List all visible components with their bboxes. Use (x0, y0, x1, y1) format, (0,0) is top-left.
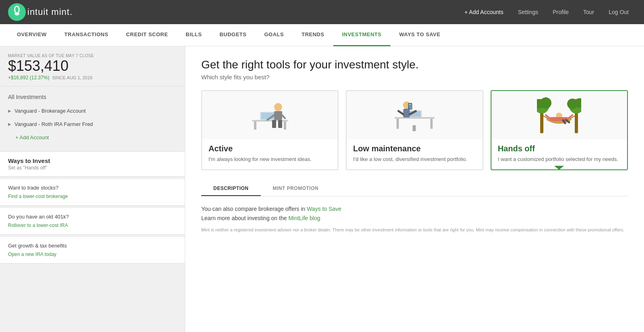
main-content: Get the right tools for your investment … (185, 46, 644, 332)
ways-to-invest-subtitle: Set as "Hands off" (8, 165, 177, 171)
promo-401k-link[interactable]: Rollover to a lower-cost IRA (8, 223, 68, 228)
ways-to-invest-box: Ways to Invest Set as "Hands off" (0, 151, 185, 177)
account-brokerage[interactable]: ▶ Vanguard - Brokerage Account (0, 104, 185, 118)
subnav-transactions[interactable]: TRANSACTIONS (56, 24, 117, 46)
low-maintenance-person-svg (392, 95, 437, 135)
subnav-overview[interactable]: OVERVIEW (8, 24, 56, 46)
svg-rect-14 (278, 120, 282, 128)
sidebar: MARKET VALUE AS OF TUE MAY 7 CLOSE $153,… (0, 46, 185, 332)
svg-rect-13 (272, 120, 276, 128)
tab-description[interactable]: DESCRIPTION (201, 181, 261, 196)
logout-link[interactable]: Log Out (601, 0, 636, 24)
svg-rect-4 (254, 122, 256, 130)
logo-text: intuit mint. (27, 7, 72, 17)
svg-rect-8 (257, 120, 281, 121)
hands-off-person-svg (537, 95, 581, 135)
style-card-hands-off[interactable]: Hands off I want a customized portfolio … (491, 90, 628, 170)
svg-rect-29 (540, 111, 543, 133)
active-illustration (202, 91, 338, 139)
subnav-ways-to-save[interactable]: WAYS TO SAVE (390, 24, 450, 46)
arrow-icon-roth-ira: ▶ (8, 122, 11, 126)
svg-rect-10 (274, 111, 282, 120)
svg-line-28 (410, 105, 410, 109)
active-card-label: Active (202, 144, 338, 153)
add-account-link[interactable]: + Add Account (0, 131, 185, 144)
page-title: Get the right tools for your investment … (201, 58, 628, 71)
profile-link[interactable]: Profile (545, 0, 576, 24)
ways-to-save-link[interactable]: Ways to Save (307, 206, 341, 212)
svg-point-9 (274, 103, 282, 111)
top-nav: intuit mint. + Add Accounts Settings Pro… (0, 0, 644, 24)
subnav-goals[interactable]: GOALS (255, 24, 293, 46)
svg-point-32 (540, 97, 551, 109)
low-maintenance-card-desc: I'd like a low cost, diversified investm… (347, 156, 482, 163)
svg-rect-23 (403, 109, 410, 118)
market-value-box: MARKET VALUE AS OF TUE MAY 7 CLOSE $153,… (0, 46, 185, 87)
promo-stocks: Want to trade stocks? Find a lower-cost … (0, 179, 185, 206)
top-nav-links: + Add Accounts Settings Profile Tour Log… (457, 0, 636, 24)
promo-ira-link[interactable]: Open a new IRA today (8, 252, 56, 257)
market-change: +$16,892 (12.37%) SINCE AUG 1, 2018 (8, 75, 177, 80)
subnav-trends[interactable]: TRENDS (293, 24, 333, 46)
settings-link[interactable]: Settings (511, 0, 546, 24)
hands-off-card-label: Hands off (491, 144, 627, 153)
hands-off-card-desc: I want a customized portfolio selected f… (491, 156, 627, 163)
promo-ira-title: Get growth & tax benefits (8, 243, 177, 249)
mint-logo-icon (8, 3, 26, 21)
style-card-active[interactable]: Active I'm always looking for new invest… (201, 90, 339, 170)
hands-off-illustration (491, 91, 627, 139)
account-roth-ira[interactable]: ▶ Vanguard - Roth IRA Farmer Fred (0, 118, 185, 131)
add-accounts-link[interactable]: + Add Accounts (457, 0, 511, 24)
svg-rect-17 (430, 119, 433, 129)
promo-ira: Get growth & tax benefits Open a new IRA… (0, 237, 185, 264)
arrow-icon-brokerage: ▶ (8, 109, 11, 113)
tab-mint-promotion[interactable]: MINT PROMOTION (261, 181, 331, 196)
disclaimer-text: Mint is neither a registered investment … (201, 227, 628, 233)
market-amount: $153,410 (8, 58, 177, 74)
subnav-credit-score[interactable]: CREDIT SCORE (117, 24, 177, 46)
sidebar-accounts: All Investments ▶ Vanguard - Brokerage A… (0, 87, 185, 147)
svg-point-2 (15, 7, 19, 12)
promo-401k: Do you have an old 401k? Rollover to a l… (0, 208, 185, 235)
style-cards: Active I'm always looking for new invest… (201, 90, 628, 170)
sub-nav: OVERVIEW TRANSACTIONS CREDIT SCORE BILLS… (0, 24, 644, 46)
page-subtitle: Which style fits you best? (201, 74, 628, 80)
svg-rect-21 (413, 125, 416, 131)
compare-text: You can also compare brokerage offers in… (201, 204, 628, 223)
tour-link[interactable]: Tour (576, 0, 601, 24)
promo-stocks-title: Want to trade stocks? (8, 185, 177, 191)
subnav-budgets[interactable]: BUDGETS (211, 24, 255, 46)
svg-rect-20 (400, 117, 425, 118)
all-investments-link[interactable]: All Investments (0, 90, 185, 104)
svg-rect-33 (575, 111, 578, 133)
svg-rect-5 (284, 122, 286, 130)
main-layout: MARKET VALUE AS OF TUE MAY 7 CLOSE $153,… (0, 46, 644, 332)
promo-401k-title: Do you have an old 401k? (8, 214, 177, 220)
promo-stocks-link[interactable]: Find a lower-cost brokerage (8, 194, 68, 199)
low-maintenance-card-label: Low maintenance (347, 144, 482, 153)
description-tabs: DESCRIPTION MINT PROMOTION (201, 181, 628, 196)
logo[interactable]: intuit mint. (8, 3, 72, 21)
mintlife-blog-link[interactable]: MintLife blog (288, 215, 320, 221)
style-card-low-maintenance[interactable]: Low maintenance I'd like a low cost, div… (346, 90, 483, 170)
subnav-bills[interactable]: BILLS (177, 24, 211, 46)
active-card-desc: I'm always looking for new investment id… (202, 156, 338, 163)
subnav-investments[interactable]: INVESTMENTS (333, 24, 390, 46)
active-person-svg (248, 95, 292, 135)
svg-line-12 (282, 115, 285, 118)
low-maintenance-illustration (347, 91, 482, 139)
ways-to-invest-title: Ways to Invest (8, 157, 177, 164)
svg-rect-16 (396, 119, 399, 129)
description-content: You can also compare brokerage offers in… (201, 204, 628, 233)
